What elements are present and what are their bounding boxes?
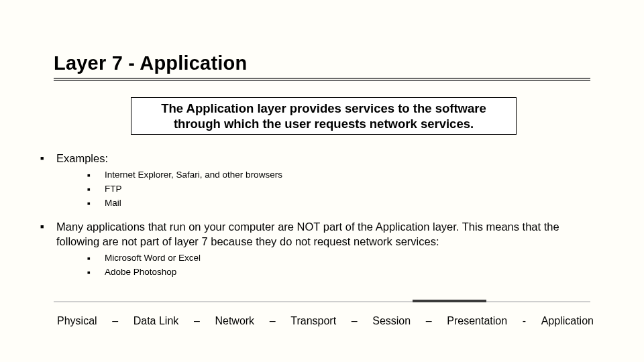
slide: Layer 7 - Application The Application la… xyxy=(0,0,644,362)
footer-underline xyxy=(54,301,590,302)
footer-item: Session xyxy=(372,315,411,327)
square-bullet-icon: ■ xyxy=(40,219,56,249)
footer-item: Presentation xyxy=(447,315,507,327)
square-bullet-icon: ■ xyxy=(87,169,105,182)
bullet-item: ■ Examples: xyxy=(40,151,600,166)
footer-item: Application xyxy=(541,315,594,327)
sub-bullet-item: ■ Internet Explorer, Safari, and other b… xyxy=(87,169,600,182)
square-bullet-icon: ■ xyxy=(87,197,105,210)
square-bullet-icon: ■ xyxy=(40,151,56,166)
sub-bullet-text: Internet Explorer, Safari, and other bro… xyxy=(105,169,282,182)
content-area: ■ Examples: ■ Internet Explorer, Safari,… xyxy=(40,151,600,288)
sub-bullet-text: FTP xyxy=(105,183,122,196)
footer-separator: – xyxy=(426,315,432,327)
sub-list: ■ Internet Explorer, Safari, and other b… xyxy=(87,169,600,210)
footer-item: Data Link xyxy=(133,315,179,327)
sub-bullet-text: Adobe Photoshop xyxy=(105,266,176,279)
footer-separator: – xyxy=(112,315,118,327)
square-bullet-icon: ■ xyxy=(87,252,105,265)
sub-bullet-item: ■ FTP xyxy=(87,183,600,196)
footer-separator: - xyxy=(523,315,526,327)
callout-box: The Application layer provides services … xyxy=(131,97,517,135)
bullet-text: Many applications that run on your compu… xyxy=(56,219,600,249)
footer-separator: – xyxy=(194,315,200,327)
sub-bullet-item: ■ Mail xyxy=(87,197,600,210)
bullet-item: ■ Many applications that run on your com… xyxy=(40,219,600,249)
title-underline xyxy=(54,78,590,81)
sub-bullet-text: Microsoft Word or Excel xyxy=(105,252,201,265)
bullet-text: Examples: xyxy=(56,151,108,166)
footer-item: Transport xyxy=(290,315,336,327)
slide-title: Layer 7 - Application xyxy=(54,52,247,74)
sub-list: ■ Microsoft Word or Excel ■ Adobe Photos… xyxy=(87,252,600,279)
square-bullet-icon: ■ xyxy=(87,266,105,279)
footer-separator: – xyxy=(270,315,276,327)
sub-bullet-item: ■ Microsoft Word or Excel xyxy=(87,252,600,265)
footer-accent xyxy=(413,300,486,302)
title-block: Layer 7 - Application xyxy=(54,52,247,74)
footer-item: Network xyxy=(215,315,254,327)
callout-text: The Application layer provides services … xyxy=(145,101,502,131)
footer-breadcrumb: Physical – Data Link – Network – Transpo… xyxy=(57,315,594,327)
footer-item: Physical xyxy=(57,315,97,327)
sub-bullet-text: Mail xyxy=(105,197,121,210)
sub-bullet-item: ■ Adobe Photoshop xyxy=(87,266,600,279)
footer-separator: – xyxy=(352,315,358,327)
square-bullet-icon: ■ xyxy=(87,183,105,196)
